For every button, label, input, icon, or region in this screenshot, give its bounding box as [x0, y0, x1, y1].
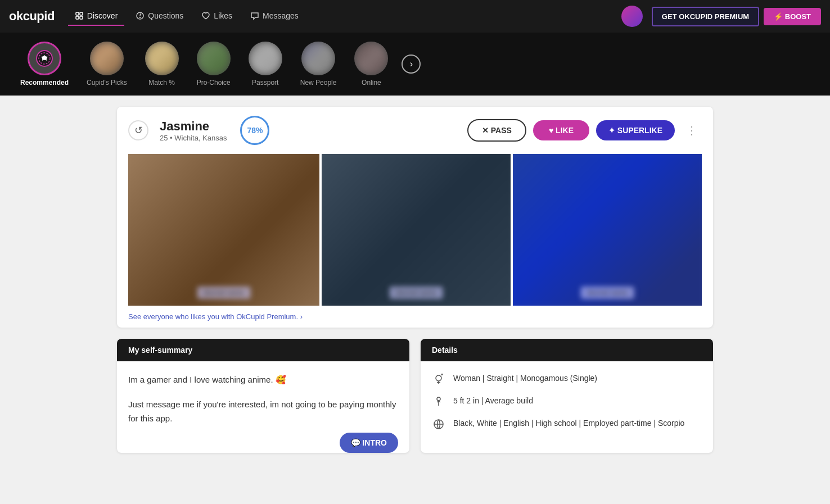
category-passport[interactable]: Passport — [240, 37, 291, 91]
recommended-icon — [29, 43, 60, 74]
photo-3[interactable]: blurred name — [513, 154, 702, 306]
premium-button[interactable]: GET OKCUPID PREMIUM — [652, 7, 759, 26]
categories-next-button[interactable]: › — [402, 55, 421, 74]
self-summary-body: Im a gamer and I love watching anime. 🥰 … — [117, 361, 409, 437]
svg-point-5 — [140, 17, 141, 18]
photo-1[interactable]: blurred name — [128, 154, 319, 306]
undo-button[interactable]: ↺ — [128, 120, 148, 140]
category-pro-choice[interactable]: Pro-Choice — [188, 37, 240, 91]
details-height-text: 5 ft 2 in | Average build — [453, 395, 533, 407]
more-options-button[interactable]: ⋮ — [682, 121, 702, 139]
pass-button[interactable]: ✕ PASS — [467, 119, 526, 142]
details-header: Details — [421, 339, 713, 361]
nav-questions[interactable]: Questions — [129, 7, 190, 26]
pro-choice-label: Pro-Choice — [197, 79, 231, 87]
photos-grid: blurred name blurred name blurred name — [117, 154, 713, 306]
recommended-img — [28, 42, 61, 75]
photo-2[interactable]: blurred name — [322, 154, 511, 306]
svg-rect-2 — [76, 16, 79, 19]
globe-icon — [432, 417, 445, 431]
likes-icon — [201, 11, 210, 20]
online-img — [354, 42, 388, 75]
premium-cta-link[interactable]: See everyone who likes you with OkCupid … — [117, 306, 713, 328]
svg-rect-0 — [76, 12, 79, 15]
nav-discover[interactable]: Discover — [68, 7, 124, 26]
lower-cards: My self-summary Im a gamer and I love wa… — [117, 339, 713, 453]
match-label: Match % — [148, 79, 175, 87]
category-match[interactable]: Match % — [136, 37, 188, 91]
gender-icon — [432, 373, 445, 386]
new-people-img — [301, 42, 335, 75]
category-recommended[interactable]: Recommended — [11, 37, 78, 91]
intro-button[interactable]: 💬 INTRO — [340, 433, 398, 453]
passport-img — [249, 42, 282, 75]
profile-header: ↺ Jasmine 25 • Wichita, Kansas 78% ✕ PAS… — [117, 107, 713, 154]
app-logo: okcupid — [9, 9, 55, 24]
user-avatar[interactable] — [621, 6, 643, 27]
new-people-label: New People — [300, 79, 337, 87]
action-buttons: ✕ PASS ♥ LIKE ✦ SUPERLIKE ⋮ — [467, 119, 702, 142]
online-label: Online — [362, 79, 381, 87]
nav-messages[interactable]: Messages — [243, 7, 305, 26]
details-row-gender: Woman | Straight | Monogamous (Single) — [432, 373, 702, 386]
self-summary-card: My self-summary Im a gamer and I love wa… — [117, 339, 409, 453]
self-summary-text2: Just message me if you're interested, im… — [128, 397, 398, 426]
profile-age-location: 25 • Wichita, Kansas — [160, 134, 227, 142]
self-summary-text1: Im a gamer and I love watching anime. 🥰 — [128, 373, 398, 387]
profile-card: ↺ Jasmine 25 • Wichita, Kansas 78% ✕ PAS… — [117, 107, 713, 328]
messages-icon — [250, 11, 259, 20]
main-content: ↺ Jasmine 25 • Wichita, Kansas 78% ✕ PAS… — [106, 96, 724, 464]
details-gender-text: Woman | Straight | Monogamous (Single) — [453, 373, 597, 384]
category-online[interactable]: Online — [345, 37, 397, 91]
discover-icon — [75, 11, 84, 20]
top-navigation: okcupid Discover Questions Likes Message… — [0, 0, 830, 33]
details-body: Woman | Straight | Monogamous (Single) 5… — [421, 361, 713, 451]
svg-rect-1 — [80, 12, 83, 15]
category-cupids-picks[interactable]: Cupid's Picks — [78, 37, 136, 91]
nav-likes[interactable]: Likes — [195, 7, 239, 26]
match-img — [145, 42, 179, 75]
category-bar: Recommended Cupid's Picks Match % Pro-Ch… — [0, 33, 830, 96]
svg-point-9 — [437, 397, 440, 401]
details-row-ethnicity: Black, White | English | High school | E… — [432, 417, 702, 431]
like-button[interactable]: ♥ LIKE — [533, 120, 589, 140]
details-card: Details Woman | Straight | Monogamous (S… — [421, 339, 713, 453]
details-row-height: 5 ft 2 in | Average build — [432, 395, 702, 408]
superlike-button[interactable]: ✦ SUPERLIKE — [596, 120, 675, 140]
passport-label: Passport — [252, 79, 278, 87]
details-ethnicity-text: Black, White | English | High school | E… — [453, 417, 684, 429]
profile-name: Jasmine — [160, 119, 227, 134]
cupids-picks-img — [90, 42, 124, 75]
pro-choice-img — [197, 42, 231, 75]
height-icon — [432, 395, 445, 408]
questions-icon — [136, 11, 145, 20]
profile-name-area: Jasmine 25 • Wichita, Kansas — [160, 119, 227, 142]
category-new-people[interactable]: New People — [291, 37, 346, 91]
match-percent-circle: 78% — [240, 116, 269, 145]
boost-button[interactable]: ⚡ BOOST — [764, 8, 821, 25]
svg-point-8 — [436, 375, 441, 381]
self-summary-header: My self-summary — [117, 339, 409, 361]
cupids-picks-label: Cupid's Picks — [87, 79, 127, 87]
svg-rect-3 — [80, 16, 83, 19]
recommended-label: Recommended — [20, 79, 69, 87]
